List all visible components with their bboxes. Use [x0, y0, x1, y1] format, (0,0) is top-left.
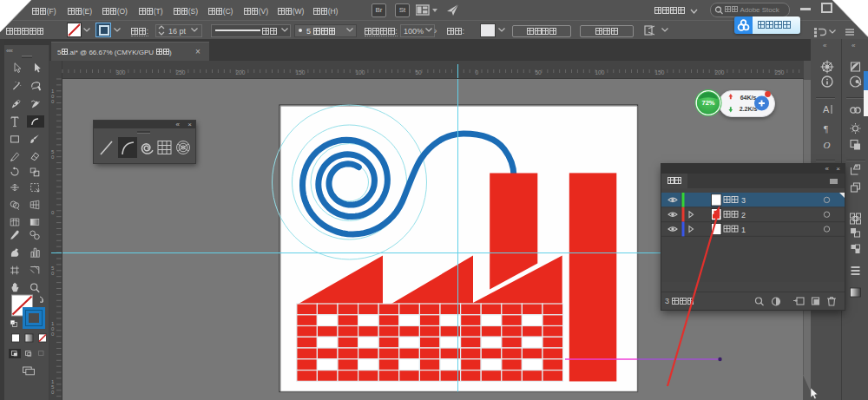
svg-text:2: 2	[741, 211, 746, 220]
svg-text:2.2K/s: 2.2K/s	[740, 106, 758, 112]
svg-text:1: 1	[741, 226, 746, 234]
svg-text:3: 3	[741, 196, 746, 205]
svg-text:A: A	[823, 104, 830, 115]
svg-text:¶: ¶	[824, 123, 828, 134]
svg-text:O: O	[824, 140, 831, 150]
svg-text:64K/s: 64K/s	[740, 95, 757, 101]
svg-text:72%: 72%	[701, 99, 714, 107]
